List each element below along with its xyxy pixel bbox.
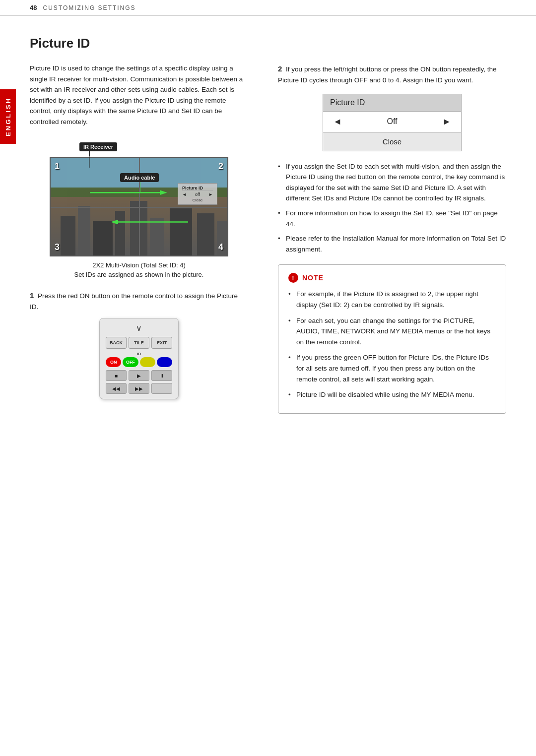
note-list: For example, if the Picture ID is assign…: [288, 289, 496, 400]
page-number: 48: [30, 4, 37, 11]
right-column: 2 If you press the left/right buttons or…: [278, 63, 506, 414]
side-tab: ENGLISH: [0, 89, 16, 144]
side-tab-label: ENGLISH: [4, 97, 12, 136]
note-item-2: For each set, you can change the setting…: [288, 315, 496, 348]
step1-section: 1 Press the red ON button on the remote …: [30, 290, 248, 400]
mini-picture-id-box: Picture ID ◄off► Close: [178, 183, 217, 205]
yellow-button[interactable]: [140, 357, 155, 367]
off-button[interactable]: OFF: [123, 357, 138, 367]
remote: ∨ BACK TILE EXIT ID ON: [99, 318, 179, 399]
intro-text: Picture ID is used to change the setting…: [30, 63, 248, 127]
step2-number: 2: [278, 64, 282, 73]
picture-id-title: Picture ID: [323, 94, 461, 112]
bullet-item-1: If you assign the Set ID to each set wit…: [278, 161, 506, 204]
step1-number: 1: [30, 291, 34, 300]
play-button[interactable]: ▶: [129, 370, 149, 381]
picture-id-ui: Picture ID ◄ Off ► Close: [323, 94, 462, 151]
note-box: ! NOTE For example, if the Picture ID is…: [278, 264, 506, 413]
diagram-caption: 2X2 Multi-Vision (Total Set ID: 4) Set I…: [74, 260, 204, 280]
note-item-4: Picture ID will be disabled while using …: [288, 389, 496, 400]
step1-text: 1 Press the red ON button on the remote …: [30, 290, 248, 313]
audio-cable-label: Audio cable: [120, 173, 159, 182]
section-title: CUSTOMIZING SETTINGS: [43, 4, 135, 11]
pid-left-arrow[interactable]: ◄: [333, 117, 342, 127]
note-header: ! NOTE: [288, 273, 496, 283]
blue-button[interactable]: [157, 357, 172, 367]
top-bar: 48 CUSTOMIZING SETTINGS: [0, 0, 536, 16]
pause-button[interactable]: ⏸: [151, 370, 172, 381]
bullet-list: If you assign the Set ID to each set wit…: [278, 161, 506, 255]
bullet-item-3: Please refer to the Installation Manual …: [278, 233, 506, 254]
pid-right-arrow[interactable]: ►: [442, 117, 451, 127]
pid-value: Off: [387, 117, 397, 126]
note-item-1: For example, if the Picture ID is assign…: [288, 289, 496, 310]
exit-button[interactable]: EXIT: [151, 337, 172, 349]
nav-extra-button[interactable]: [151, 383, 172, 394]
bullet-item-2: For more information on how to assign th…: [278, 208, 506, 229]
id-label: ID: [106, 352, 172, 356]
back-button[interactable]: BACK: [106, 337, 127, 349]
main-content: Picture ID Picture ID is used to change …: [0, 16, 536, 434]
chevron-icon: ∨: [136, 323, 142, 333]
tile-button[interactable]: TILE: [129, 337, 149, 349]
multivision-frame: 1 2 3 4 Audio cable: [50, 157, 228, 256]
multivision-diagram: IR Receiver 1: [30, 137, 248, 280]
stop-button[interactable]: ■: [106, 370, 127, 381]
remote-illustration: ∨ BACK TILE EXIT ID ON: [30, 318, 248, 399]
left-column: Picture ID is used to change the setting…: [30, 63, 258, 414]
page-title: Picture ID: [30, 36, 506, 51]
note-icon: !: [288, 273, 298, 283]
on-button[interactable]: ON: [106, 357, 121, 367]
pid-value-row: ◄ Off ►: [323, 112, 461, 132]
note-item-3: If you press the green OFF button for Pi…: [288, 352, 496, 384]
step2-text: 2 If you press the left/right buttons or…: [278, 63, 506, 86]
fast-forward-button[interactable]: ▶▶: [129, 383, 149, 394]
pid-close-button[interactable]: Close: [323, 132, 461, 151]
rewind-button[interactable]: ◀◀: [106, 383, 127, 394]
